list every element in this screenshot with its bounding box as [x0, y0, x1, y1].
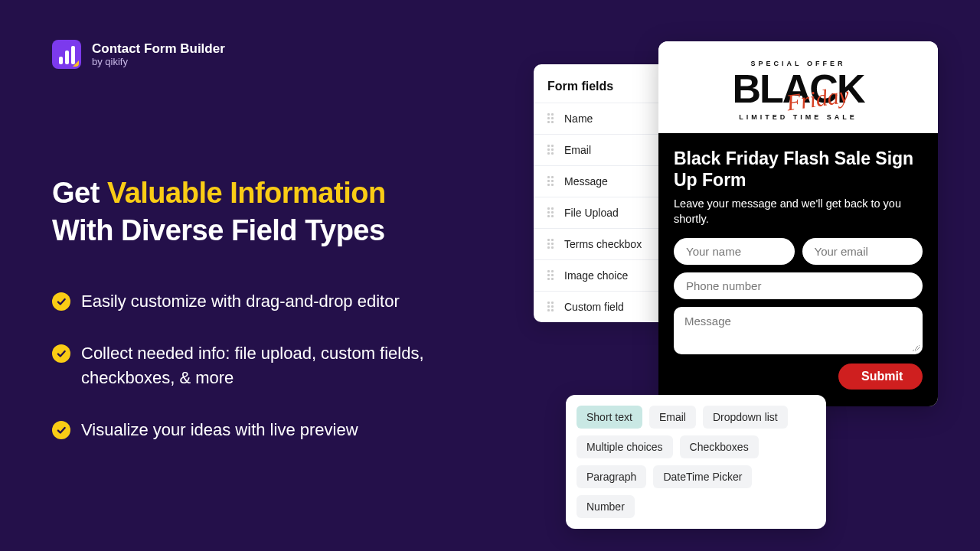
check-icon	[52, 292, 70, 311]
feature-item: Visualize your ideas with live preview	[52, 418, 481, 442]
promo-banner: SPECIAL OFFER BLACK Friday LIMITED TIME …	[658, 41, 938, 133]
resize-handle-icon[interactable]	[912, 344, 920, 351]
promo-form-desc: Leave your message and we'll get back to…	[674, 197, 923, 227]
field-type-chip[interactable]: DateTime Picker	[653, 465, 752, 488]
app-byline: by qikify	[92, 56, 225, 67]
submit-button[interactable]: Submit	[838, 364, 923, 390]
field-label: Terms checkbox	[564, 238, 642, 250]
email-input[interactable]: Your email	[802, 238, 923, 265]
field-type-chip[interactable]: Number	[577, 495, 635, 518]
check-icon	[52, 421, 70, 439]
feature-text: Collect needed info: file upload, custom…	[81, 341, 481, 390]
promo-form: Black Friday Flash Sale Sign Up Form Lea…	[658, 133, 938, 406]
field-type-chip[interactable]: Email	[649, 406, 696, 429]
heading-accent: Valuable Information	[107, 177, 386, 209]
heading-line2: With Diverse Field Types	[52, 214, 385, 246]
field-label: Custom field	[564, 301, 624, 313]
page-heading: Get Valuable Information With Diverse Fi…	[52, 174, 481, 250]
promo-form-title: Black Friday Flash Sale Sign Up Form	[674, 148, 923, 191]
feature-text: Easily customize with drag-and-drop edit…	[81, 289, 400, 314]
field-type-chip[interactable]: Paragraph	[577, 465, 646, 488]
field-type-chip[interactable]: Short text	[577, 406, 642, 429]
name-input[interactable]: Your name	[674, 238, 795, 265]
heading-prefix: Get	[52, 177, 107, 209]
drag-handle-icon[interactable]	[547, 145, 555, 155]
drag-handle-icon[interactable]	[547, 207, 555, 218]
field-label: File Upload	[564, 207, 619, 219]
drag-handle-icon[interactable]	[547, 270, 555, 281]
field-label: Message	[564, 175, 608, 187]
check-icon	[52, 344, 70, 363]
app-header: Contact Form Builder by qikify	[52, 40, 225, 69]
drag-handle-icon[interactable]	[547, 176, 555, 187]
feature-text: Visualize your ideas with live preview	[81, 418, 358, 442]
field-type-chip[interactable]: Dropdown list	[703, 406, 788, 429]
feature-item: Easily customize with drag-and-drop edit…	[52, 289, 481, 314]
drag-handle-icon[interactable]	[547, 113, 555, 124]
field-label: Email	[564, 144, 591, 156]
drag-handle-icon[interactable]	[547, 302, 555, 312]
promo-card: SPECIAL OFFER BLACK Friday LIMITED TIME …	[658, 41, 938, 406]
app-title: Contact Form Builder	[92, 41, 225, 57]
field-label: Name	[564, 112, 593, 125]
promo-sub: LIMITED TIME SALE	[658, 113, 938, 121]
feature-list: Easily customize with drag-and-drop edit…	[52, 289, 481, 470]
field-label: Image choice	[564, 269, 628, 282]
phone-input[interactable]: Phone number	[674, 272, 923, 299]
field-types-panel: Short text Email Dropdown list Multiple …	[566, 395, 826, 529]
app-logo	[52, 40, 81, 69]
message-textarea[interactable]: Message	[674, 307, 923, 354]
drag-handle-icon[interactable]	[547, 239, 555, 249]
feature-item: Collect needed info: file upload, custom…	[52, 341, 481, 390]
field-type-chip[interactable]: Checkboxes	[680, 435, 759, 458]
field-type-chip[interactable]: Multiple choices	[577, 435, 673, 458]
promo-brand-word: BLACK Friday	[733, 72, 864, 106]
